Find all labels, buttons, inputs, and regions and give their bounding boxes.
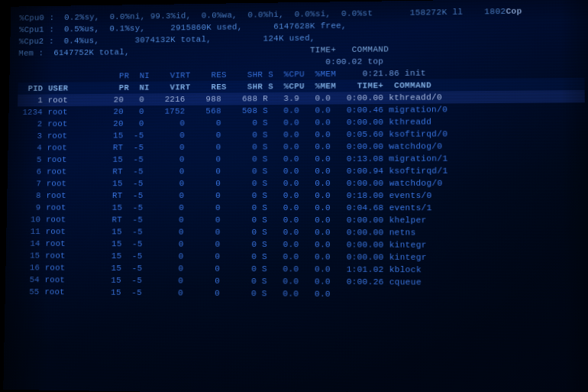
terminal-window: %Cpu0 : 0.2%sy, 0.0%ni, 99.3%id, 0.0%wa,… bbox=[3, 0, 588, 392]
process-row-9: 9 root 15 -5 0 0 0 S 0.0 0.0 0:04.68 eve… bbox=[15, 202, 586, 215]
process-row-7: 7 root 15 -5 0 0 0 S 0.0 0.0 0:00.00 wat… bbox=[16, 177, 586, 190]
process-row-6: 6 root RT -5 0 0 0 S 0.0 0.0 0:00.94 kso… bbox=[16, 164, 586, 177]
process-row-10: 10 root RT -5 0 0 0 S 0.0 0.0 0:00.00 kh… bbox=[15, 213, 586, 226]
process-row-5: 5 root 15 -5 0 0 0 S 0.0 0.0 0:13.08 mig… bbox=[17, 152, 586, 166]
process-row-8: 8 root RT -5 0 0 0 S 0.0 0.0 0:18.00 eve… bbox=[16, 190, 586, 202]
